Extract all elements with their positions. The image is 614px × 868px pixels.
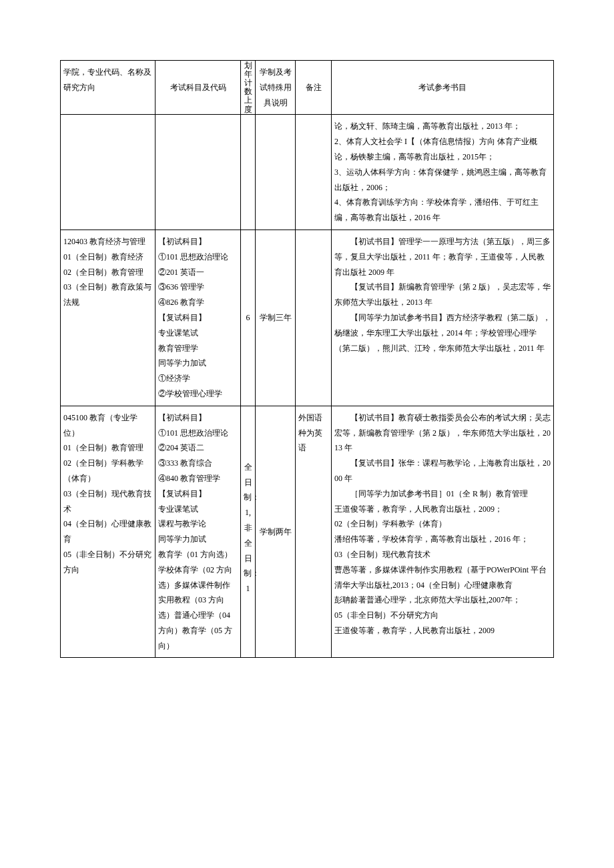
cell-books: 【初试书目】管理学一一原理与方法（第五版），周三多等，复旦大学出版社，2011 … (332, 230, 554, 406)
cell-books: 论，杨文轩、陈琦主编，高等教育出版社，2013 年；2、体育人文社会学 I【（体… (332, 115, 554, 230)
cell-program: 120403 教育经济与管理01（全日制）教育经济02（全日制）教育管理03（全… (61, 230, 156, 406)
cell-count: 全日制：1, 非全日制：1 (241, 406, 256, 658)
cell-notes (296, 115, 332, 230)
header-col-subjects: 考试科目及代码 (156, 61, 241, 115)
cell-notes: 外国语种为英语 (296, 406, 332, 658)
document-page: 学院，专业代码、名称及研究方向 考试科目及代码 划年计数上度 学制及考试特殊用具… (0, 0, 614, 698)
header-col-notes: 备注 (296, 61, 332, 115)
cell-count (241, 115, 256, 230)
cell-subjects: 【初试科目】①101 思想政治理论②201 英语一③636 管理学④826 教育… (156, 230, 241, 406)
cell-books: 【初试书目】教育硕士教指委员会公布的考试大纲；吴志宏等，新编教育管理学（第 2 … (332, 406, 554, 658)
header-col-duration: 学制及考试特殊用具说明 (256, 61, 296, 115)
table-row: 045100 教育（专业学位）01（全日制）教育管理02（全日制）学科教学（体育… (61, 406, 554, 658)
cell-subjects (156, 115, 241, 230)
cell-program (61, 115, 156, 230)
header-col-count: 划年计数上度 (241, 61, 256, 115)
table-row: 120403 教育经济与管理01（全日制）教育经济02（全日制）教育管理03（全… (61, 230, 554, 406)
header-col-books: 考试参考书目 (332, 61, 554, 115)
catalog-table: 学院，专业代码、名称及研究方向 考试科目及代码 划年计数上度 学制及考试特殊用具… (60, 60, 554, 658)
cell-notes (296, 230, 332, 406)
cell-duration: 学制三年 (256, 230, 296, 406)
cell-count: 6 (241, 230, 256, 406)
cell-subjects: 【初试科目】①101 思想政治理论②204 英语二③333 教育综合④840 教… (156, 406, 241, 658)
cell-program: 045100 教育（专业学位）01（全日制）教育管理02（全日制）学科教学（体育… (61, 406, 156, 658)
header-col-program: 学院，专业代码、名称及研究方向 (61, 61, 156, 115)
cell-duration (256, 115, 296, 230)
header-row: 学院，专业代码、名称及研究方向 考试科目及代码 划年计数上度 学制及考试特殊用具… (61, 61, 554, 115)
table-row: 论，杨文轩、陈琦主编，高等教育出版社，2013 年；2、体育人文社会学 I【（体… (61, 115, 554, 230)
cell-duration: 学制两年 (256, 406, 296, 658)
